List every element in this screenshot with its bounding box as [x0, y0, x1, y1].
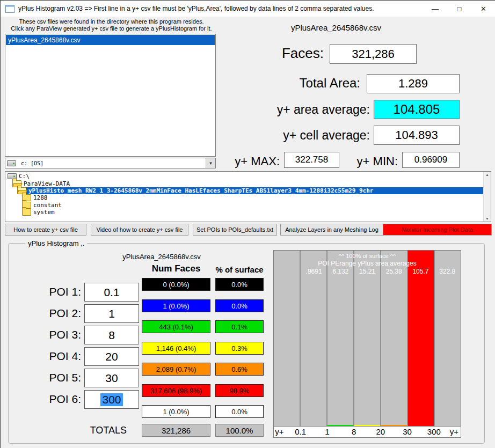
poi-5-input[interactable]: 30 [84, 369, 139, 387]
bin-average-label: 6.132 [332, 268, 348, 275]
instructions-line2: Click any ParaView generated y+ csv file… [5, 25, 218, 32]
axis-boundary-label: 0.1 [295, 427, 306, 436]
num-faces-cell: 443 (0.1%) [142, 320, 210, 333]
app-window: yPlus Histogram v2.03 => First line in a… [0, 0, 495, 448]
poi-2-value: 1 [108, 307, 115, 320]
poi-6-label: POI 6: [22, 393, 81, 406]
title-bar: yPlus Histogram v2.03 => First line in a… [1, 1, 495, 17]
poi-6-input[interactable]: 300 [84, 390, 139, 409]
num-faces-header: Num Faces [142, 263, 210, 274]
num-faces-cell: 317,606 (98.9%) [142, 384, 210, 397]
poi-2-label: POI 2: [22, 307, 81, 320]
app-icon [5, 5, 14, 13]
bin-average-label: 322.8 [439, 268, 455, 275]
scroll-up-icon[interactable]: ▲ [485, 173, 489, 177]
pct-surface-cell: 0.6% [215, 363, 264, 376]
poi-3-label: POI 3: [22, 328, 81, 341]
yplus-area-average-label: y+ area average: [215, 102, 370, 117]
num-faces-cell: 1 (0.0%) [142, 299, 210, 312]
poi-2-input[interactable]: 1 [84, 304, 139, 323]
directory-tree[interactable]: ▲ ▼ C:\ParaView-DATAyPlusHisto_mesh_RW2_… [5, 171, 491, 222]
yplus-min-value: 0.96909 [402, 152, 460, 168]
poi-6-value: 300 [100, 393, 122, 406]
totals-pct-value: 100.0% [215, 424, 264, 437]
pct-surface-cell: 0.0% [215, 405, 264, 418]
pct-surface-cell: 0.0% [215, 278, 264, 291]
bin-average-label: 15.21 [359, 268, 375, 275]
yplus-max-label: y+ MAX: [210, 155, 280, 168]
chart-title: ^^ 100% of surface ^^ [274, 253, 461, 259]
pct-surface-cell: 98.9% [215, 384, 264, 397]
poi-3-input[interactable]: 8 [84, 326, 139, 344]
window-title: yPlus Histogram v2.03 => First line in a… [18, 5, 374, 12]
yplus-area-average-value: 104.805 [374, 100, 460, 119]
drive-selector[interactable]: c: [OS] ▼ [5, 158, 216, 168]
num-faces-cell: 0 (0.0%) [142, 278, 210, 291]
tree-item[interactable]: yPlusHisto_mesh_RW2_1_3-2645868v_2mmMinF… [5, 187, 491, 194]
total-area-value: 1.289 [367, 74, 460, 93]
axis-end-label: y+ [450, 427, 458, 436]
pct-surface-cell: 0.3% [215, 342, 264, 355]
pct-surface-cell: 0.1% [215, 320, 264, 333]
poi-5-label: POI 5: [22, 371, 81, 384]
poi-1-value: 0.1 [104, 286, 119, 299]
monitor-plot-data-button[interactable]: Monitor Incoming Plot Data [383, 224, 492, 236]
poi-1-label: POI 1: [22, 285, 81, 298]
chart-column [300, 251, 326, 426]
pct-surface-header: % of surface [215, 265, 264, 274]
histogram-group-title: yPlus Histogram ,. [25, 239, 87, 247]
drive-label: c: [OS] [21, 160, 43, 166]
total-area-label: Total Area: [215, 76, 360, 91]
num-faces-cell: 2,089 (0.7%) [142, 363, 210, 376]
poi-4-value: 20 [105, 350, 118, 363]
tree-item-label: constant [33, 202, 62, 209]
drive-icon [7, 160, 16, 166]
chart-bar [408, 251, 434, 426]
tree-item[interactable]: C:\ [5, 173, 491, 180]
instructions-text: These csv files were found in the direct… [5, 18, 218, 32]
analyze-layers-button[interactable]: Analyze Layers in any Meshing Log [280, 224, 383, 236]
chart-subtitle: POI PErange yPlus area averages [274, 260, 461, 267]
scroll-down-icon[interactable]: ▼ [485, 217, 489, 221]
bin-average-label: 25.38 [386, 268, 402, 275]
bin-average-label: 105.7 [412, 268, 428, 275]
chart-column [434, 251, 461, 426]
chart-column [353, 251, 380, 426]
how-to-create-csv-button[interactable]: How to create y+ csv file [5, 224, 86, 236]
tree-scrollbar[interactable]: ▲ ▼ [483, 172, 491, 222]
tree-item[interactable]: 1288 [5, 194, 491, 201]
poi-4-input[interactable]: 20 [84, 347, 139, 366]
tree-item-label: ParaView-DATA [24, 180, 70, 187]
stats-filename: yPlusArea_2645868v.csv [248, 23, 425, 32]
close-button[interactable]: ✕ [471, 1, 495, 17]
totals-faces-value: 321,286 [142, 424, 210, 437]
yplus-min-label: y+ MIN: [329, 155, 398, 168]
tree-item[interactable]: system [5, 209, 491, 216]
poi-5-value: 30 [105, 372, 118, 385]
axis-boundary-label: 300 [427, 427, 441, 436]
maximize-button[interactable]: □ [447, 1, 471, 17]
set-pois-defaults-button[interactable]: Set POIs to POIs_defaults.txt [193, 224, 277, 236]
axis-boundary-label: 8 [352, 427, 356, 436]
histogram-plot: ^^ 100% of surface ^^ POI PErange yPlus … [274, 251, 461, 426]
tree-item-label: C:\ [19, 173, 30, 180]
axis-end-label: y+ [275, 427, 283, 436]
tree-item-label: yPlusHisto_mesh_RW2_1_3-2645868v_2mmMinF… [28, 187, 373, 194]
tree-item[interactable]: ParaView-DATA [5, 180, 491, 187]
chart-column [326, 251, 353, 426]
csv-file-item[interactable]: yPlusArea_2645868v.csv [6, 35, 215, 45]
poi-1-input[interactable]: 0.1 [84, 283, 139, 302]
num-faces-cell: 1 (0.0%) [142, 405, 210, 418]
video-how-to-create-csv-button[interactable]: Video of how to create y+ csv file [91, 224, 188, 236]
minimize-button[interactable]: — [423, 1, 447, 17]
histogram-chart: ^^ 100% of surface ^^ POI PErange yPlus … [273, 250, 461, 438]
chart-column [274, 251, 300, 426]
histogram-axis: y+0.1182030300y+ [274, 426, 461, 437]
csv-file-list[interactable]: yPlusArea_2645868v.csv [5, 34, 216, 157]
tree-item-label: 1288 [33, 194, 48, 201]
tree-item[interactable]: constant [5, 202, 491, 209]
instructions-line1: These csv files were found in the direct… [5, 18, 218, 25]
bin-average-label: .9691 [306, 268, 322, 275]
pct-surface-cell: 0.0% [215, 299, 264, 312]
chart-column [407, 251, 434, 426]
